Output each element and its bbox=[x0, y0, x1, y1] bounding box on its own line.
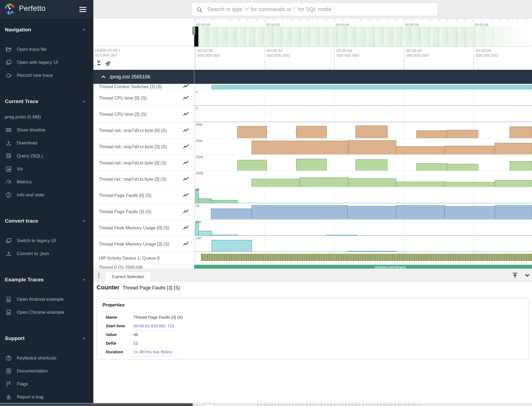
selection-kind: Counter bbox=[97, 284, 119, 291]
track-name-thread-page-faults-3-s-[interactable]: Thread Page Faults [3] (S) bbox=[93, 203, 194, 219]
track-name-thread-net-enp7s0-rx-byte-0-s-[interactable]: Thread net:::enp7s0:rx:byte [0] (S) bbox=[93, 122, 194, 138]
sidebar-item-switch-to-legacy-ui[interactable]: Switch to legacy UI bbox=[0, 234, 93, 247]
overview-tick bbox=[404, 19, 404, 22]
heading-divider bbox=[93, 297, 532, 297]
overview-minimap[interactable] bbox=[194, 27, 532, 47]
overview-tick-label: 00:00:00 bbox=[196, 23, 210, 27]
chevron-up-icon[interactable] bbox=[81, 27, 86, 32]
track-row: Thread Context Switches [3] (S) bbox=[93, 84, 532, 90]
sidebar-item-open-trace-file[interactable]: Open trace file bbox=[0, 43, 93, 56]
track-name-thread-0-s-2565106[interactable]: Thread 0 (S) 2565106 bbox=[93, 264, 194, 269]
track-list: Thread Context Switches [3] (S)Thread CP… bbox=[93, 84, 532, 269]
counter-series bbox=[194, 236, 532, 252]
sidebar-item-flags[interactable]: Flags bbox=[0, 378, 93, 391]
track-name-thread-cpu-time-3-s-[interactable]: Thread CPU time [3] (S) bbox=[93, 106, 194, 122]
track-name-thread-context-switches-3-s-[interactable]: Thread Context Switches [3] (S) bbox=[93, 84, 194, 90]
overview-tick bbox=[317, 19, 317, 21]
track-chart-thread-peak-memory-usage-0-s-[interactable]: 150 bbox=[194, 220, 532, 236]
sidebar-section-support[interactable]: Support bbox=[0, 333, 93, 344]
process-group-header[interactable]: ./prog.inst 2565106 bbox=[93, 70, 532, 84]
sidebar-item-open-with-legacy-ui[interactable]: Open with legacy UI bbox=[0, 56, 93, 69]
sidebar-item-keyboard-shortcuts[interactable]: Keyboard shortcuts bbox=[0, 352, 93, 365]
track-chart-thread-0-s-2565106[interactable]: samples [omnitrace] bbox=[194, 264, 532, 269]
track-chart-thread-net-enp7s0-tx-byte-0-s-[interactable]: 250K bbox=[194, 155, 532, 171]
track-name-thread-net-enp7s0-tx-byte-3-s-[interactable]: Thread net:::enp7s0:tx:byte [3] (S) bbox=[93, 171, 194, 187]
track-chart-thread-cpu-time-3-s-[interactable]: 0 bbox=[194, 106, 532, 122]
track-chart-thread-peak-memory-usage-3-s-[interactable]: 150 bbox=[194, 236, 532, 252]
track-chart-thread-net-enp7s0-rx-byte-3-s-[interactable]: 45M bbox=[194, 138, 532, 154]
chevron-up-icon[interactable] bbox=[81, 99, 86, 104]
sidebar-item-open-android-example[interactable]: Open Android example bbox=[0, 293, 93, 306]
overview-tick bbox=[195, 19, 196, 22]
overview-tick bbox=[230, 19, 231, 21]
search-input[interactable] bbox=[207, 3, 435, 16]
overview-tick bbox=[500, 19, 500, 21]
show-chart-icon bbox=[183, 208, 189, 215]
overview-tick bbox=[361, 19, 361, 21]
counter-series bbox=[194, 138, 532, 154]
sidebar-item-report-a-bug[interactable]: Report a bug bbox=[0, 391, 93, 404]
sidebar-section-current-trace[interactable]: Current Trace bbox=[0, 96, 93, 107]
drag-handle-icon[interactable] bbox=[96, 272, 102, 279]
duration-link[interactable]: 1s 387ms 3us 804ns bbox=[133, 349, 172, 357]
sidebar-item-info-and-stats[interactable]: Info and stats bbox=[0, 189, 93, 202]
chevron-up-icon[interactable] bbox=[81, 219, 86, 223]
start-time-link[interactable]: 00:00:01.633 682 723 bbox=[133, 324, 174, 331]
omnibox bbox=[192, 3, 438, 16]
track-sort-icon[interactable] bbox=[105, 60, 111, 67]
hamburger-menu-icon[interactable] bbox=[78, 5, 87, 14]
sidebar-item-viz[interactable]: Viz bbox=[0, 163, 93, 176]
sidebar-item-download[interactable]: Download bbox=[0, 137, 93, 150]
sidebar-item-open-chrome-example[interactable]: Open Chrome example bbox=[0, 306, 93, 319]
sidebar-item-metrics[interactable]: Metrics bbox=[0, 176, 93, 189]
track-chart-thread-page-faults-0-s-[interactable]: 4K bbox=[194, 187, 532, 203]
samples-slice[interactable]: samples [omnitrace] bbox=[194, 265, 532, 269]
track-name-hip-activity-device-1-queue-0[interactable]: HIP Activity Device 1, Queue 0 bbox=[93, 252, 194, 264]
track-title: Thread CPU time [0] (S) bbox=[99, 95, 147, 100]
sidebar-item-documentation[interactable]: Documentation bbox=[0, 365, 93, 378]
topbar bbox=[93, 0, 532, 19]
sidebar-item-show-timeline[interactable]: Show timeline bbox=[0, 124, 93, 137]
sidebar-section-example-traces[interactable]: Example Traces bbox=[0, 274, 93, 285]
chevron-up-icon[interactable] bbox=[81, 336, 86, 341]
track-name-thread-page-faults-0-s-[interactable]: Thread Page Faults [0] (S) bbox=[93, 187, 194, 203]
chevron-up-icon[interactable] bbox=[81, 277, 86, 282]
track-chart-thread-cpu-time-0-s-[interactable]: 0 bbox=[194, 90, 532, 106]
track-name-thread-net-enp7s0-tx-byte-0-s-[interactable]: Thread net:::enp7s0:tx:byte [0] (S) bbox=[93, 155, 194, 171]
track-chart-thread-page-faults-3-s-[interactable]: 50 bbox=[194, 203, 532, 219]
hip-slices[interactable] bbox=[201, 254, 532, 261]
track-row: Thread Page Faults [0] (S)4K bbox=[93, 187, 532, 203]
counter-series bbox=[194, 106, 532, 122]
section-title: Support bbox=[5, 335, 25, 341]
track-chart-thread-net-enp7s0-tx-byte-3-s-[interactable]: 250K bbox=[194, 171, 532, 187]
track-name-thread-net-enp7s0-rx-byte-3-s-[interactable]: Thread net:::enp7s0:rx:byte [3] (S) bbox=[93, 138, 194, 154]
track-chart-thread-net-enp7s0-rx-byte-0-s-[interactable]: 45M bbox=[194, 122, 532, 138]
overview-tick bbox=[222, 19, 222, 21]
track-name-thread-peak-memory-usage-0-s-[interactable]: Thread Peak Memory Usage [0] (S) bbox=[93, 220, 194, 236]
sidebar-section-navigation[interactable]: Navigation bbox=[0, 24, 93, 35]
ruler-tick-line bbox=[404, 47, 404, 70]
ruler-tick-label: 00:00:02000 000 000 bbox=[267, 48, 289, 58]
track-name-thread-peak-memory-usage-3-s-[interactable]: Thread Peak Memory Usage [3] (S) bbox=[93, 236, 194, 252]
sidebar-item-record-new-trace[interactable]: Record new trace bbox=[0, 69, 93, 82]
collapse-all-tracks-icon[interactable] bbox=[96, 60, 102, 66]
axis-max-label: 150 bbox=[196, 220, 201, 224]
track-chart-thread-context-switches-3-s-[interactable] bbox=[194, 84, 532, 90]
sidebar-section-convert-trace[interactable]: Convert trace bbox=[0, 216, 93, 226]
folder-open-icon bbox=[5, 46, 12, 53]
dock-to-top-icon[interactable] bbox=[511, 272, 518, 279]
collapse-panel-icon[interactable] bbox=[524, 272, 531, 279]
info-icon bbox=[5, 192, 12, 198]
tab-current-selection[interactable]: Current Selection bbox=[105, 271, 151, 282]
show-chart-icon bbox=[183, 225, 189, 231]
track-name-thread-cpu-time-0-s-[interactable]: Thread CPU time [0] (S) bbox=[93, 90, 194, 106]
overview-tick bbox=[274, 19, 274, 21]
ruler-tick-line bbox=[195, 47, 196, 70]
track-title: Thread Page Faults [0] (S) bbox=[99, 193, 151, 198]
sidebar-item-query-sql-[interactable]: Query (SQL) bbox=[0, 150, 93, 163]
sidebar-item-convert-to-json[interactable]: Convert to .json bbox=[0, 247, 93, 260]
collapse-group-icon[interactable] bbox=[100, 74, 107, 80]
track-panel-divider[interactable] bbox=[194, 19, 194, 269]
track-chart-hip-activity-device-1-queue-0[interactable] bbox=[194, 252, 532, 264]
perfetto-app: Perfetto NavigationOpen trace fileOpen w… bbox=[0, 0, 532, 406]
